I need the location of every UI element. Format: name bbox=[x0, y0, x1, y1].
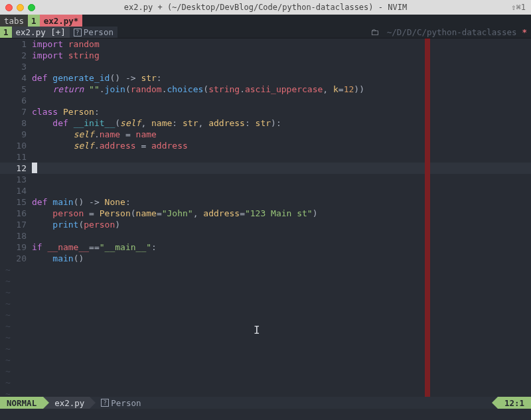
traffic-lights bbox=[5, 4, 35, 11]
empty-line-tildes: ~~~~~~~~~~~~ bbox=[5, 264, 11, 397]
macos-titlebar: ex2.py + (~/Desktop/DevBlog/Code/python-… bbox=[0, 0, 531, 15]
tilde-line: ~ bbox=[5, 309, 11, 320]
separator-icon bbox=[90, 397, 96, 409]
symbol-icon: ? bbox=[74, 29, 82, 36]
text-cursor-icon: 𝙸 bbox=[254, 324, 260, 336]
line-number: 5 bbox=[0, 84, 27, 95]
tabs-label: tabs bbox=[0, 15, 28, 27]
tilde-line: ~ bbox=[5, 343, 11, 354]
cursor-block bbox=[32, 163, 37, 173]
tilde-line: ~ bbox=[5, 298, 11, 309]
separator-icon bbox=[43, 397, 49, 409]
line-number: 13 bbox=[0, 174, 27, 185]
code-line[interactable]: def generate_id() -> str: bbox=[32, 72, 531, 84]
line-number: 15 bbox=[0, 196, 27, 208]
code-line[interactable]: print(person) bbox=[32, 219, 531, 230]
status-file: ex2.py bbox=[49, 397, 90, 409]
editor-area[interactable]: 1234567891011121314151617181920 import r… bbox=[0, 38, 531, 397]
symbol-icon: ? bbox=[101, 399, 109, 407]
code-line[interactable] bbox=[32, 185, 531, 196]
window-title: ex2.py + (~/Desktop/DevBlog/Code/python-… bbox=[5, 3, 526, 12]
line-number: 10 bbox=[0, 140, 27, 151]
line-number: 17 bbox=[0, 219, 27, 230]
status-fill bbox=[146, 397, 491, 409]
line-number: 12 bbox=[0, 163, 27, 174]
tab-number[interactable]: 1 bbox=[28, 15, 40, 27]
code-line[interactable]: import random bbox=[32, 38, 531, 50]
line-number: 9 bbox=[0, 129, 27, 140]
code-line[interactable] bbox=[32, 174, 531, 185]
code-line[interactable]: self.address = address bbox=[32, 140, 531, 151]
status-breadcrumb: ?Person bbox=[96, 397, 146, 409]
separator-icon bbox=[492, 397, 498, 409]
line-number: 2 bbox=[0, 50, 27, 61]
line-number: 7 bbox=[0, 106, 27, 117]
command-line[interactable] bbox=[0, 409, 531, 420]
code-line[interactable] bbox=[32, 230, 531, 242]
code-line[interactable]: person = Person(name="John", address="12… bbox=[32, 208, 531, 219]
code-line[interactable] bbox=[32, 163, 531, 174]
line-number: 19 bbox=[0, 242, 27, 253]
line-number: 14 bbox=[0, 185, 27, 196]
line-number: 3 bbox=[0, 61, 27, 72]
line-number: 16 bbox=[0, 208, 27, 219]
code-line[interactable] bbox=[32, 61, 531, 72]
nvim-window: ex2.py + (~/Desktop/DevBlog/Code/python-… bbox=[0, 0, 531, 420]
code-line[interactable] bbox=[32, 151, 531, 163]
tilde-line: ~ bbox=[5, 388, 11, 397]
code-line[interactable]: return "".join(random.choices(string.asc… bbox=[32, 84, 531, 95]
window-number: 1 bbox=[0, 27, 12, 38]
code-line[interactable]: self.name = name bbox=[32, 129, 531, 140]
line-number: 1 bbox=[0, 38, 27, 50]
tabline: tabs 1 ex2.py * bbox=[0, 15, 531, 27]
code-line[interactable] bbox=[32, 95, 531, 106]
minimize-icon[interactable] bbox=[17, 4, 24, 11]
code-content[interactable]: import randomimport stringdef generate_i… bbox=[32, 38, 531, 397]
code-line[interactable]: if __name__=="__main__": bbox=[32, 242, 531, 253]
line-number: 4 bbox=[0, 72, 27, 84]
cursor-position: 12:1 bbox=[498, 397, 531, 409]
cwd-path: ~/D/D/C/python-dataclasses bbox=[387, 27, 517, 37]
line-number: 11 bbox=[0, 151, 27, 163]
line-number: 6 bbox=[0, 95, 27, 106]
code-line[interactable]: main() bbox=[32, 253, 531, 264]
tilde-line: ~ bbox=[5, 354, 11, 366]
winbar-breadcrumb: ?Person bbox=[70, 27, 117, 38]
winbar-right: 🗀 ~/D/D/C/python-dataclasses * bbox=[370, 27, 531, 38]
code-line[interactable]: class Person: bbox=[32, 106, 531, 117]
line-number: 20 bbox=[0, 253, 27, 264]
code-line[interactable]: import string bbox=[32, 50, 531, 61]
modified-star: * bbox=[522, 27, 527, 37]
tilde-line: ~ bbox=[5, 332, 11, 343]
tab-file[interactable]: ex2.py * bbox=[40, 15, 83, 27]
line-number: 18 bbox=[0, 230, 27, 242]
zoom-icon[interactable] bbox=[28, 4, 35, 11]
winbar: 1 ex2.py [+] ?Person 🗀 ~/D/D/C/python-da… bbox=[0, 27, 531, 38]
tilde-line: ~ bbox=[5, 264, 11, 275]
tilde-line: ~ bbox=[5, 287, 11, 298]
line-number: 8 bbox=[0, 117, 27, 129]
close-icon[interactable] bbox=[5, 4, 13, 11]
code-line[interactable]: def __init__(self, name: str, address: s… bbox=[32, 117, 531, 129]
code-line[interactable]: def main() -> None: bbox=[32, 196, 531, 208]
tilde-line: ~ bbox=[5, 377, 11, 388]
folder-icon: 🗀 bbox=[370, 27, 382, 37]
keyboard-hint: ⇧⌘1 bbox=[511, 3, 526, 12]
statusline: NORMAL ex2.py ?Person 12:1 bbox=[0, 397, 531, 409]
winbar-file: ex2.py [+] bbox=[12, 27, 70, 38]
tilde-line: ~ bbox=[5, 275, 11, 287]
mode-indicator: NORMAL bbox=[0, 397, 43, 409]
tilde-line: ~ bbox=[5, 320, 11, 332]
tilde-line: ~ bbox=[5, 366, 11, 377]
